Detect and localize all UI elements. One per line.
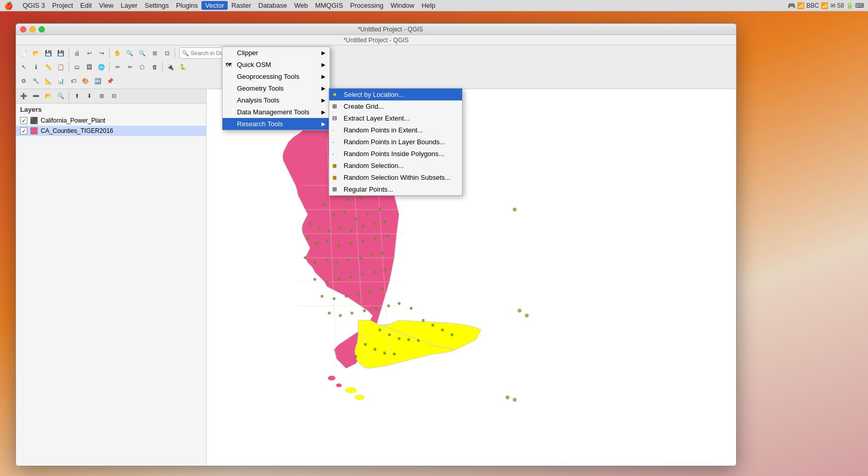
layer-checkbox-0[interactable]: ✓ — [20, 117, 27, 124]
svg-point-52 — [337, 278, 341, 281]
sep5 — [109, 62, 110, 72]
mac-menu-database[interactable]: Database — [255, 1, 291, 10]
layers-filter-btn[interactable]: 🔍 — [55, 91, 66, 102]
layers-panel-toolbar: ➕ ➖ 📂 🔍 ⬆ ⬇ ⊞ ⊟ — [16, 89, 206, 104]
mac-menu-mmqgis[interactable]: MMQGIS — [312, 1, 347, 10]
identify-btn[interactable]: ℹ — [30, 61, 42, 73]
zoom-out-btn[interactable]: 🔍 — [137, 47, 148, 59]
tb3-btn4[interactable]: 📊 — [55, 75, 66, 87]
layers-expand-btn[interactable]: ⊞ — [96, 91, 107, 102]
add-wms-btn[interactable]: 🌐 — [96, 61, 107, 73]
window-controls — [20, 26, 45, 32]
svg-point-65 — [350, 312, 353, 315]
svg-point-92 — [505, 396, 509, 399]
sep6 — [162, 62, 163, 72]
maximize-button[interactable] — [39, 26, 45, 32]
svg-point-81 — [373, 348, 377, 351]
layer-item-power-plant[interactable]: ✓ California_Power_Plant — [16, 115, 206, 126]
pan-btn[interactable]: ✋ — [112, 47, 123, 59]
node-btn[interactable]: ⬡ — [137, 61, 148, 73]
map-area[interactable] — [207, 89, 736, 466]
svg-point-39 — [362, 240, 365, 243]
layers-add-btn[interactable]: ➕ — [18, 91, 29, 102]
layers-collapse-btn[interactable]: ⊟ — [108, 91, 120, 102]
layers-move-down-btn[interactable]: ⬇ — [83, 91, 95, 102]
zoom-select-btn[interactable]: ⊡ — [161, 47, 173, 59]
open-project-btn[interactable]: 📂 — [30, 47, 42, 59]
mac-menubar: 🍎 QGIS 3 Project Edit View Layer Setting… — [0, 0, 868, 11]
mac-menu-layer[interactable]: Layer — [117, 1, 141, 10]
svg-point-46 — [347, 259, 350, 262]
mac-menu-window[interactable]: Window — [387, 1, 418, 10]
svg-point-38 — [349, 242, 352, 245]
measure-btn[interactable]: 📏 — [43, 61, 54, 73]
search-input[interactable] — [191, 50, 269, 56]
mac-menu-view[interactable]: View — [95, 1, 117, 10]
redo-btn[interactable]: ↪ — [96, 47, 107, 59]
search-icon: 🔍 — [182, 50, 189, 57]
svg-point-17 — [335, 189, 338, 192]
mac-menu-edit[interactable]: Edit — [77, 1, 95, 10]
attr-table-btn[interactable]: 📋 — [55, 61, 66, 73]
mac-menu-help[interactable]: Help — [418, 1, 439, 10]
apple-icon[interactable]: 🍎 — [4, 2, 13, 10]
svg-point-74 — [451, 333, 454, 336]
new-project-btn[interactable]: 📄 — [18, 47, 29, 59]
plugin-btn[interactable]: 🔌 — [165, 61, 176, 73]
undo-btn[interactable]: ↩ — [83, 47, 95, 59]
svg-point-69 — [398, 302, 401, 305]
edit-btn[interactable]: ✏ — [112, 61, 123, 73]
mac-menu-raster[interactable]: Raster — [228, 1, 254, 10]
layer-name-1: CA_Counties_TIGER2016 — [41, 127, 113, 134]
save-project-btn[interactable]: 💾 — [43, 47, 54, 59]
svg-point-18 — [347, 198, 350, 201]
svg-point-35 — [316, 242, 319, 245]
add-raster-btn[interactable]: 🖼 — [83, 61, 95, 73]
tb3-btn5[interactable]: 🏷 — [67, 75, 79, 87]
tb3-btn8[interactable]: 📌 — [105, 75, 116, 87]
print-btn[interactable]: 🖨 — [71, 47, 82, 59]
layers-remove-btn[interactable]: ➖ — [30, 91, 42, 102]
mac-menu-vector[interactable]: Vector — [201, 1, 228, 10]
select-btn[interactable]: ↖ — [18, 61, 29, 73]
zoom-in-btn[interactable]: 🔍 — [124, 47, 135, 59]
mac-menu-processing[interactable]: Processing — [347, 1, 387, 10]
mac-menu-project[interactable]: Project — [48, 1, 76, 10]
zoom-100-btn[interactable]: 100% — [273, 47, 294, 59]
minimize-button[interactable] — [29, 26, 36, 32]
svg-point-84 — [354, 355, 358, 358]
tb3-btn6[interactable]: 🎨 — [80, 75, 91, 87]
mac-menu-settings[interactable]: Settings — [141, 1, 173, 10]
svg-point-85 — [328, 376, 335, 380]
tb3-btn3[interactable]: 📐 — [43, 75, 54, 87]
layers-open-btn[interactable]: 📂 — [43, 91, 54, 102]
mac-menu-plugins[interactable]: Plugins — [173, 1, 202, 10]
svg-point-60 — [356, 293, 360, 296]
layer-checkbox-1[interactable]: ✓ — [20, 127, 27, 134]
svg-point-19 — [359, 196, 362, 199]
tb3-btn1[interactable]: ⚙ — [18, 75, 29, 87]
save-as-btn[interactable]: 💾 — [55, 47, 66, 59]
svg-point-29 — [339, 226, 342, 229]
svg-point-34 — [306, 237, 309, 240]
mac-menu-qgis[interactable]: QGIS 3 — [19, 1, 48, 10]
svg-point-66 — [363, 309, 366, 312]
tb3-btn7[interactable]: 🔤 — [92, 75, 104, 87]
svg-point-45 — [335, 262, 338, 265]
sep4 — [69, 62, 69, 72]
delete-btn[interactable]: 🗑 — [149, 61, 160, 73]
mac-menu-web[interactable]: Web — [291, 1, 312, 10]
tb3-btn2[interactable]: 🔧 — [30, 75, 42, 87]
add-vector-btn[interactable]: 🗂 — [71, 61, 82, 73]
mac-right-items: 🎮 📶 BBC 📶 ✉ 58 🔋 ⌨ — [788, 2, 864, 9]
zoom-full-btn[interactable]: ⊞ — [149, 47, 160, 59]
layers-move-up-btn[interactable]: ⬆ — [71, 91, 82, 102]
svg-point-91 — [525, 314, 529, 317]
python-btn[interactable]: 🐍 — [177, 61, 189, 73]
digitize-btn[interactable]: ✏ — [124, 61, 135, 73]
svg-point-26 — [309, 223, 312, 226]
svg-point-71 — [422, 319, 425, 322]
close-button[interactable] — [20, 26, 26, 32]
layer-item-counties[interactable]: ✓ CA_Counties_TIGER2016 — [16, 126, 206, 136]
svg-point-48 — [371, 254, 375, 257]
